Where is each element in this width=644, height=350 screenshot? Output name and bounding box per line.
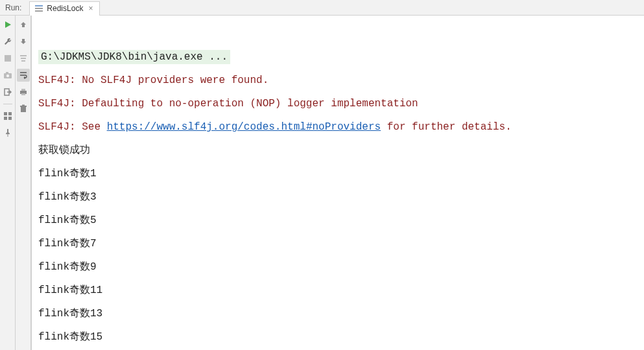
output-line: flink奇数9: [38, 255, 639, 279]
console-toolbar: [16, 16, 31, 350]
up-icon[interactable]: [17, 18, 30, 31]
output-line: flink奇数7: [38, 232, 639, 255]
svg-rect-21: [22, 105, 25, 106]
command-line: G:\JDKMS\JDK8\bin\java.exe ...: [38, 50, 230, 64]
svg-rect-11: [4, 117, 7, 120]
output-line: flink奇数15: [38, 325, 639, 349]
slf4j-line-3: SLF4J: See https://www.slf4j.org/codes.h…: [38, 115, 639, 139]
svg-rect-17: [21, 89, 25, 91]
layout-icon[interactable]: [1, 110, 14, 122]
down-icon[interactable]: [17, 35, 30, 48]
camera-icon[interactable]: [1, 69, 14, 82]
output-line: flink奇数3: [38, 185, 639, 209]
wrench-icon[interactable]: [1, 35, 14, 48]
svg-rect-14: [21, 58, 26, 59]
svg-rect-19: [21, 107, 26, 112]
slf4j-line-1: SLF4J: No SLF4J providers were found.: [38, 69, 639, 92]
svg-rect-13: [20, 55, 27, 56]
stop-icon[interactable]: [1, 52, 14, 65]
tab-redislock[interactable]: RedisLock ×: [29, 1, 100, 16]
lock-success-line: 获取锁成功: [38, 139, 639, 162]
output-line: flink奇数11: [38, 279, 639, 302]
filter-icon[interactable]: [17, 52, 30, 65]
svg-rect-18: [21, 93, 25, 95]
svg-rect-10: [8, 112, 12, 115]
top-bar: Run: RedisLock ×: [0, 0, 644, 16]
svg-rect-12: [8, 117, 12, 120]
svg-rect-4: [5, 55, 11, 62]
slf4j-line-2: SLF4J: Defaulting to no-operation (NOP) …: [38, 92, 639, 115]
pin-icon[interactable]: [1, 126, 14, 139]
tab-run-icon: [35, 5, 43, 12]
svg-rect-9: [4, 112, 7, 115]
tab-close-icon[interactable]: ×: [87, 5, 94, 12]
left-toolbar: [0, 16, 16, 350]
output-line: flink奇数5: [38, 209, 639, 232]
output-line: flink奇数1: [38, 162, 639, 185]
svg-rect-7: [6, 72, 8, 74]
svg-marker-3: [5, 21, 11, 28]
trash-icon[interactable]: [17, 102, 30, 115]
console-output[interactable]: G:\JDKMS\JDK8\bin\java.exe ... SLF4J: No…: [31, 16, 644, 350]
svg-rect-15: [21, 60, 25, 62]
svg-rect-1: [35, 8, 43, 9]
tab-label: RedisLock: [47, 4, 83, 13]
run-label: Run:: [3, 3, 24, 12]
soft-wrap-icon[interactable]: [17, 69, 30, 82]
print-icon[interactable]: [17, 86, 30, 99]
toolbar-divider: [3, 104, 12, 104]
output-line: flink奇数13: [38, 302, 639, 325]
svg-point-6: [6, 75, 8, 77]
slf4j-link[interactable]: https://www.slf4j.org/codes.html#noProvi…: [107, 121, 381, 133]
svg-rect-0: [35, 5, 43, 6]
svg-rect-20: [20, 106, 27, 107]
svg-rect-2: [35, 10, 43, 12]
exit-icon[interactable]: [1, 86, 14, 99]
rerun-icon[interactable]: [1, 18, 14, 31]
main-area: G:\JDKMS\JDK8\bin\java.exe ... SLF4J: No…: [0, 16, 644, 350]
